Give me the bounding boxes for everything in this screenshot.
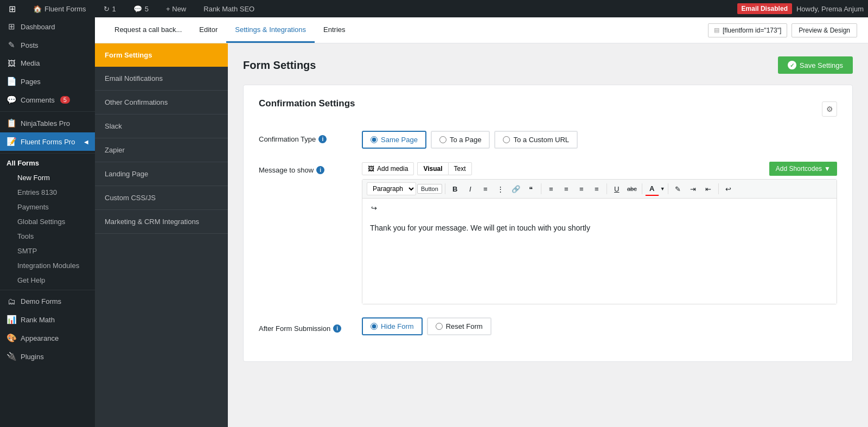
after-submission-label: After Form Submission i [259, 320, 351, 333]
align-center-button[interactable]: ≡ [559, 182, 573, 196]
topbar-entries-link[interactable]: Entries [315, 18, 354, 43]
hide-form-option[interactable]: Hide Form [362, 317, 423, 335]
message-info-icon[interactable]: i [316, 166, 324, 174]
message-to-show-label: Message to show i [259, 162, 351, 174]
editor-toolbar-row2: ↪ [362, 199, 837, 217]
confirmation-to-custom-url[interactable]: To a Custom URL [494, 131, 578, 149]
settings-item-slack[interactable]: Slack [95, 114, 228, 138]
save-settings-button[interactable]: ✓ Save Settings [778, 56, 853, 74]
settings-item-other-confirmations[interactable]: Other Confirmations [95, 91, 228, 114]
fluentforms-icon: 📝 [7, 137, 16, 146]
revision-icon: ↻ [104, 5, 110, 13]
shortcode-text: [fluentform id="173"] [723, 27, 781, 34]
color-button[interactable]: A [645, 182, 659, 196]
submenu-new-form[interactable]: New Form [0, 170, 95, 185]
submenu-get-help[interactable]: Get Help [0, 273, 95, 288]
message-editor-control: 🖼 Add media Visual Text Add Sh [362, 162, 837, 304]
sidebar-item-ninjatables[interactable]: 📋 NinjaTables Pro [0, 114, 95, 132]
rank-math-seo-link[interactable]: Rank Math SEO [199, 0, 259, 17]
sidebar-item-dashboard[interactable]: ⊞ Dashboard [0, 17, 95, 36]
hide-form-radio[interactable] [371, 323, 378, 330]
confirmation-type-info-icon[interactable]: i [318, 135, 327, 143]
editor-content[interactable]: Thank you for your message. We will get … [362, 217, 837, 304]
sidebar-item-plugins[interactable]: 🔌 Plugins [0, 347, 95, 366]
submenu-global-settings[interactable]: Global Settings [0, 214, 95, 229]
settings-item-custom-css-js[interactable]: Custom CSS/JS [95, 186, 228, 210]
reset-form-option[interactable]: Reset Form [427, 317, 492, 335]
settings-item-marketing-crm[interactable]: Marketing & CRM Integrations [95, 210, 228, 234]
confirmation-to-a-page[interactable]: To a Page [431, 131, 490, 149]
settings-gear-button[interactable]: ⚙ [822, 101, 837, 117]
undo-button[interactable]: ↩ [722, 182, 736, 196]
align-right-button[interactable]: ≡ [575, 182, 589, 196]
settings-item-email-notifications[interactable]: Email Notifications [95, 67, 228, 91]
sidebar-item-pages[interactable]: 📄 Pages [0, 72, 95, 91]
site-name[interactable]: 🏠 Fluent Forms [29, 0, 91, 17]
toolbar-sep4 [642, 183, 642, 194]
sidebar-sep3 [0, 290, 95, 290]
sidebar-item-rank-math[interactable]: 📊 Rank Math [0, 310, 95, 329]
indent-button[interactable]: ⇥ [686, 182, 700, 196]
sidebar-item-appearance[interactable]: 🎨 Appearance [0, 329, 95, 347]
revisions-link[interactable]: ↻ 1 [99, 0, 120, 17]
confirmation-same-page-radio[interactable] [371, 136, 378, 143]
settings-item-zapier[interactable]: Zapier [95, 138, 228, 162]
edit-button[interactable]: ✎ [671, 182, 685, 196]
sidebar-item-comments[interactable]: 💬 Comments 5 [0, 91, 95, 109]
confirmation-same-page[interactable]: Same Page [362, 131, 426, 149]
align-justify-button[interactable]: ≡ [590, 182, 604, 196]
sidebar-item-posts[interactable]: ✎ Posts [0, 36, 95, 54]
home-icon: 🏠 [33, 5, 42, 13]
after-submission-info-icon[interactable]: i [333, 324, 341, 333]
ul-button[interactable]: ≡ [478, 182, 493, 196]
text-tab[interactable]: Text [448, 162, 472, 175]
add-shortcodes-button[interactable]: Add Shortcodes ▼ [769, 162, 837, 176]
sidebar-label-ninjatables: NinjaTables Pro [21, 119, 70, 128]
preview-design-button[interactable]: Preview & Design [792, 23, 857, 37]
confirmation-to-custom-url-radio[interactable] [503, 136, 510, 143]
sidebar-label-plugins: Plugins [21, 353, 44, 361]
blockquote-button[interactable]: ❝ [524, 182, 538, 196]
topbar-settings-link[interactable]: Settings & Integrations [226, 18, 315, 43]
submenu-smtp[interactable]: SMTP [0, 244, 95, 258]
reset-form-radio[interactable] [436, 323, 443, 330]
outdent-button[interactable]: ⇤ [701, 182, 716, 196]
button-tag[interactable]: Button [417, 184, 442, 194]
comments-link[interactable]: 💬 5 [129, 0, 153, 17]
visual-tab[interactable]: Visual [417, 162, 448, 175]
page-title-row: Form Settings ✓ Save Settings [243, 56, 853, 74]
content-area: Form Settings Email Notifications Other … [95, 43, 868, 427]
color-dropdown-icon[interactable]: ▼ [660, 186, 665, 192]
media-icon: 🖼 [7, 59, 16, 68]
shortcode-button[interactable]: ▤ [fluentform id="173"] [708, 23, 787, 37]
posts-icon: ✎ [7, 40, 16, 50]
add-media-button[interactable]: 🖼 Add media [362, 162, 414, 175]
new-link[interactable]: + New [162, 0, 190, 17]
all-forms-section: All Forms [0, 156, 95, 170]
strikethrough-button[interactable]: abc [625, 182, 639, 196]
underline-button[interactable]: U [610, 182, 624, 196]
wp-logo[interactable]: ⊞ [4, 0, 20, 17]
submenu-payments[interactable]: Payments [0, 200, 95, 214]
italic-button[interactable]: I [463, 182, 477, 196]
sidebar-item-demo-forms[interactable]: 🗂 Demo Forms [0, 292, 95, 310]
settings-item-landing-page[interactable]: Landing Page [95, 162, 228, 186]
topbar-request-link[interactable]: Request a call back... [106, 18, 190, 43]
entries-badge: 8130 [41, 188, 57, 196]
bold-button[interactable]: B [448, 182, 462, 196]
ol-button[interactable]: ⋮ [494, 182, 508, 196]
top-navigation-bar: Request a call back... Editor Settings &… [95, 17, 868, 43]
submenu-tools[interactable]: Tools [0, 229, 95, 244]
after-submission-control: Hide Form Reset Form [362, 317, 837, 335]
submenu-entries[interactable]: Entries 8130 [0, 185, 95, 200]
align-left-button[interactable]: ≡ [544, 182, 558, 196]
paragraph-select[interactable]: Paragraph [367, 182, 416, 195]
submenu-integration-modules[interactable]: Integration Modules [0, 258, 95, 273]
editor-toolbar: Paragraph Button B I ≡ ⋮ 🔗 ❝ [362, 180, 837, 199]
topbar-editor-link[interactable]: Editor [190, 18, 226, 43]
sidebar-item-media[interactable]: 🖼 Media [0, 54, 95, 72]
sidebar-item-fluentforms[interactable]: 📝 Fluent Forms Pro ◀ [0, 132, 95, 151]
link-button[interactable]: 🔗 [509, 182, 523, 196]
confirmation-to-a-page-radio[interactable] [439, 136, 446, 143]
redo-button[interactable]: ↪ [367, 201, 381, 215]
